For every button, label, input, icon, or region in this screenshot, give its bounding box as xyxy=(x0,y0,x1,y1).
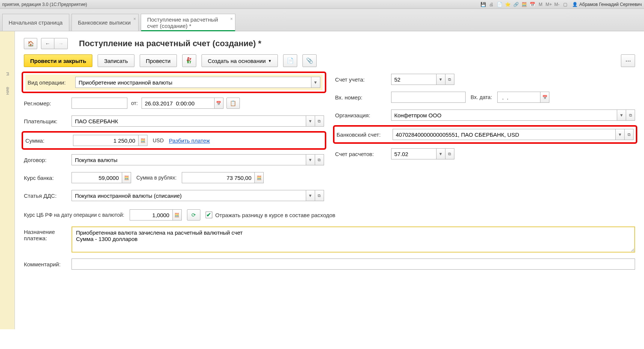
back-button[interactable]: ← xyxy=(41,38,54,49)
open-icon[interactable]: ⧉ xyxy=(315,116,324,126)
reg-num-label: Рег.номер: xyxy=(24,100,72,107)
account-input[interactable] xyxy=(391,74,436,85)
app-title: приятия, редакция 3.0 (1С:Предприятие) xyxy=(2,2,87,7)
in-date-input[interactable] xyxy=(498,92,540,102)
in-date-label: Вх. дата: xyxy=(471,94,492,100)
tab-home[interactable]: Начальная страница xyxy=(2,14,69,31)
report-button[interactable]: 📄 xyxy=(283,54,297,67)
calculator-icon[interactable]: 🧮 xyxy=(172,210,181,220)
chevron-down-icon: ▼ xyxy=(268,59,272,63)
settle-input[interactable] xyxy=(391,149,436,159)
from-label: от: xyxy=(131,100,138,106)
open-icon[interactable]: ⧉ xyxy=(445,74,454,85)
calendar-icon[interactable]: 📅 xyxy=(214,98,223,108)
calculator-icon[interactable]: 🧮 xyxy=(138,135,147,146)
home-button[interactable]: 🏠 xyxy=(24,38,37,49)
m-minus-icon[interactable]: M- xyxy=(553,1,560,8)
tab-current[interactable]: Поступление на расчетный счет (создание)… xyxy=(141,14,235,31)
close-icon[interactable]: × xyxy=(230,16,233,22)
m-icon[interactable]: M xyxy=(537,1,544,8)
chevron-down-icon[interactable]: ▼ xyxy=(306,155,315,165)
save-icon[interactable]: 💾 xyxy=(480,1,486,8)
chevron-down-icon[interactable]: ▼ xyxy=(436,74,445,85)
calc-icon[interactable]: 🧮 xyxy=(521,1,527,8)
sum-input[interactable] xyxy=(73,135,138,146)
open-icon[interactable]: ⧉ xyxy=(315,190,324,201)
user-icon: 👤 xyxy=(572,2,578,7)
open-icon[interactable]: ⧉ xyxy=(445,149,454,159)
attach-button[interactable]: 📎 xyxy=(302,54,317,67)
tabs-bar: Начальная страница Банковские выписки × … xyxy=(0,9,644,31)
cbr-input[interactable] xyxy=(130,210,172,220)
dtkt-button[interactable]: ДтКт xyxy=(182,54,196,67)
more-button[interactable]: ⋯ xyxy=(621,54,635,67)
in-num-input[interactable] xyxy=(391,92,466,103)
doc-icon[interactable]: 📄 xyxy=(496,1,503,8)
open-icon[interactable]: ⧉ xyxy=(624,129,633,140)
contract-input[interactable] xyxy=(72,155,306,165)
page-title: Поступление на расчетный счет (создание)… xyxy=(79,39,261,48)
settle-field[interactable]: ▼ ⧉ xyxy=(391,148,454,159)
post-button[interactable]: Провести xyxy=(140,54,177,67)
date-input[interactable] xyxy=(142,98,214,108)
dds-field[interactable]: ▼ ⧉ xyxy=(72,190,324,201)
post-and-close-button[interactable]: Провести и закрыть xyxy=(24,54,92,67)
rub-sum-label: Сумма в рублях: xyxy=(136,175,177,181)
org-field[interactable]: ▼ ⧉ xyxy=(391,110,635,121)
contract-label: Договор: xyxy=(24,157,72,163)
op-type-input[interactable] xyxy=(76,77,311,88)
currency-label: USD xyxy=(153,137,164,143)
dds-input[interactable] xyxy=(72,190,306,201)
chevron-down-icon[interactable]: ▼ xyxy=(617,110,626,120)
close-icon[interactable]: × xyxy=(133,16,136,22)
chevron-down-icon[interactable]: ▼ xyxy=(306,116,315,126)
op-type-label: Вид операции: xyxy=(28,79,75,86)
create-based-button[interactable]: Создать на основании ▼ xyxy=(202,54,278,67)
reflect-diff-label: Отражать разницу в курсе в составе расхо… xyxy=(215,212,336,218)
purpose-textarea[interactable] xyxy=(72,226,635,253)
chevron-down-icon[interactable]: ▼ xyxy=(311,77,320,88)
payer-field[interactable]: ▼ ⧉ xyxy=(72,115,324,127)
bank-rate-label: Курс банка: xyxy=(24,175,72,181)
star-icon[interactable]: ⭐ xyxy=(504,1,511,8)
org-input[interactable] xyxy=(391,110,617,120)
op-type-field[interactable]: ▼ xyxy=(75,77,320,88)
reflect-diff-checkbox[interactable]: ✔ xyxy=(206,212,212,218)
rub-sum-input[interactable] xyxy=(182,172,254,183)
payer-input[interactable] xyxy=(72,116,306,126)
print-icon[interactable]: 🖨 xyxy=(488,1,495,8)
calculator-icon[interactable]: 🧮 xyxy=(122,172,131,183)
bank-acc-input[interactable] xyxy=(393,129,616,140)
save-button[interactable]: Записать xyxy=(98,54,134,67)
split-payment-link[interactable]: Разбить платеж xyxy=(169,137,210,144)
comment-input[interactable] xyxy=(72,258,635,270)
open-icon[interactable]: ⧉ xyxy=(626,110,635,120)
chevron-down-icon[interactable]: ▼ xyxy=(615,129,624,140)
open-icon[interactable]: ⧉ xyxy=(315,155,324,165)
chevron-down-icon[interactable]: ▼ xyxy=(306,190,315,201)
reg-num-input[interactable] xyxy=(72,98,127,109)
calculator-icon[interactable]: 🧮 xyxy=(254,172,263,183)
highlight-sum: Сумма: 🧮 USD Разбить платеж xyxy=(22,131,326,150)
calendar-icon[interactable]: 📅 xyxy=(540,92,549,102)
m-plus-icon[interactable]: M+ xyxy=(545,1,552,8)
bank-acc-label: Банковский счет: xyxy=(337,131,393,138)
contract-field[interactable]: ▼ ⧉ xyxy=(72,154,324,165)
user-block[interactable]: 👤 Абрамов Геннадий Сергеевич xyxy=(572,2,642,7)
doc-props-button[interactable]: 📋 xyxy=(226,98,240,109)
highlight-bank-account: Банковский счет: ▼ ⧉ xyxy=(333,125,638,144)
highlight-op-type: Вид операции: ▼ xyxy=(22,72,326,93)
tab-bank[interactable]: Банковские выписки × xyxy=(72,14,139,31)
chevron-down-icon[interactable]: ▼ xyxy=(436,149,445,159)
link-icon[interactable]: 🔗 xyxy=(513,1,519,8)
account-field[interactable]: ▼ ⧉ xyxy=(391,74,454,85)
bank-acc-field[interactable]: ▼ ⧉ xyxy=(393,129,634,140)
sum-label: Сумма: xyxy=(25,137,73,144)
calendar-icon[interactable]: 📅 xyxy=(529,1,536,8)
panels-icon[interactable]: ▢ xyxy=(562,1,568,8)
bank-rate-input[interactable] xyxy=(72,172,122,183)
refresh-button[interactable]: ⟳ xyxy=(187,209,200,220)
dds-label: Статья ДДС: xyxy=(24,193,72,199)
settle-label: Счет расчетов: xyxy=(335,151,391,157)
cbr-label: Курс ЦБ РФ на дату операции с валютой: xyxy=(24,212,124,218)
